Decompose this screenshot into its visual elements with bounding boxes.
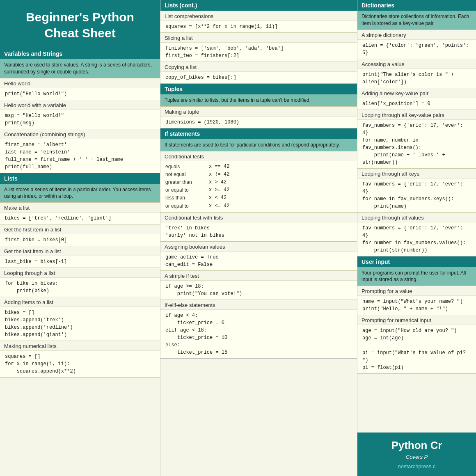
lists-cont-header: Lists (cont.)	[160, 0, 357, 11]
make-tuple-label: Making a tuple	[160, 107, 357, 116]
user-input-header: User input	[357, 256, 476, 267]
loop-list-code: for bike in bikes: print(bike)	[0, 277, 160, 297]
add-key-label: Adding a new key-value pair	[357, 88, 476, 98]
copy-label: Copying a list	[160, 62, 357, 71]
tuples-section: Tuples Tuples are similar to lists, but …	[160, 84, 357, 128]
last-item-label: Get the last item in a list	[0, 246, 160, 256]
numerical-lists-code: squares = [] for x in range(1, 11): squa…	[0, 350, 160, 377]
add-key-code: alien['x_position'] = 0	[357, 98, 476, 110]
list-comp-code: squares = [x**2 for x in range(1, 11)]	[160, 21, 357, 32]
column-3: Dictionaries Dictionaries store collecti…	[357, 0, 476, 476]
numerical-lists-label: Making numerical lists	[0, 341, 160, 350]
slice-code: finishers = ['sam', 'bob', 'ada', 'bea']…	[160, 42, 357, 62]
elif-code: if age < 4: ticket_price = 0 elif age < …	[160, 309, 357, 358]
elif-label: If-elif-else statements	[160, 300, 357, 309]
simple-dict-code: alien = {'color': 'green', 'points': 5}	[357, 39, 476, 59]
bool-label: Assigning boolean values	[160, 242, 357, 251]
make-list-code: bikes = ['trek', 'redline', 'giant']	[0, 212, 160, 224]
loop-list-label: Looping through a list	[0, 268, 160, 277]
make-tuple-code: dimensions = (1920, 1080)	[160, 116, 357, 128]
lists-cont-section: Lists (cont.) List comprehensions square…	[160, 0, 357, 84]
simple-if-code: if age >= 18: print("You can vote!")	[160, 280, 357, 300]
loop-values-label: Looping through all values	[357, 213, 476, 222]
if-desc: If statements are used to test for parti…	[160, 139, 357, 151]
dicts-header: Dictionaries	[357, 0, 476, 11]
add-items-code: bikes = [] bikes.append('trek') bikes.ap…	[0, 307, 160, 341]
loop-values-code: fav_numbers = {'eric': 17, 'ever': 4} fo…	[357, 222, 476, 256]
first-item-code: first_bike = bikes[0]	[0, 234, 160, 246]
column-2: Lists (cont.) List comprehensions square…	[160, 0, 357, 476]
variables-section: Variables and Strings Variables are used…	[0, 48, 160, 173]
loop-kv-label: Looping through all key-value pairs	[357, 110, 476, 119]
title-block: Beginner's PythonCheat Sheet	[0, 0, 160, 48]
promo-title: Python Cr	[362, 439, 471, 452]
loop-keys-code: fav_numbers = {'eric': 17, 'ever': 4} fo…	[357, 178, 476, 212]
list-comp-label: List comprehensions	[160, 11, 357, 21]
access-value-label: Accessing a value	[357, 59, 476, 69]
make-list-label: Make a list	[0, 203, 160, 212]
tuples-desc: Tuples are similar to lists, but the ite…	[160, 94, 357, 106]
if-header: If statements	[160, 128, 357, 139]
bool-code: game_active = True can_edit = False	[160, 251, 357, 270]
last-item-code: last_bike = bikes[-1]	[0, 256, 160, 268]
prompt-value-code: name = input("What's your name? ") print…	[357, 295, 476, 315]
hello-variable-code: msg = "Hello world!"print(msg)	[0, 110, 160, 129]
first-item-label: Get the first item in a list	[0, 224, 160, 234]
loop-keys-label: Looping through all keys	[357, 169, 476, 178]
access-value-code: print("The alien's color is " + alien['c…	[357, 69, 476, 88]
prompt-num-code: age = input("How old are you? ") age = i…	[357, 325, 476, 373]
copy-code: copy_of_bikes = bikes[:]	[160, 71, 357, 83]
variables-desc: Variables are used to store values. A st…	[0, 59, 160, 78]
prompt-value-label: Prompting for a value	[357, 286, 476, 295]
hello-world-code: print("Hello world!")	[0, 88, 160, 100]
concat-code: first_name = 'albert' last_name = 'einst…	[0, 139, 160, 173]
slice-label: Slicing a list	[160, 33, 357, 42]
loop-kv-code: fav_numbers = {'eric': 17, 'ever': 4} fo…	[357, 119, 476, 168]
cond-list-label: Conditional test with lists	[160, 213, 357, 222]
promo-link[interactable]: nostarchpress.c	[362, 463, 471, 469]
hello-world-label: Hello world	[0, 78, 160, 88]
user-input-section: User input Your programs can prompt the …	[357, 256, 476, 374]
prompt-num-label: Prompting for numerical input	[357, 315, 476, 325]
variables-header: Variables and Strings	[0, 48, 160, 59]
simple-if-label: A simple if test	[160, 271, 357, 280]
hello-variable-label: Hello world with a variable	[0, 100, 160, 110]
promo-subtitle: Covers P	[362, 454, 471, 460]
lists-header: Lists	[0, 173, 160, 184]
add-items-label: Adding items to a list	[0, 297, 160, 307]
simple-dict-label: A simple dictionary	[357, 30, 476, 39]
user-input-desc: Your programs can prompt the user for in…	[357, 267, 476, 286]
concat-label: Concatenation (combining strings)	[0, 129, 160, 139]
cond-tests-table: equalsx == 42 not equalx != 42 greater t…	[160, 161, 357, 212]
if-section: If statements If statements are used to …	[160, 128, 357, 359]
lists-section: Lists A list stores a series of items in…	[0, 173, 160, 378]
cond-tests-label: Conditional tests	[160, 151, 357, 161]
lists-desc: A list stores a series of items in a par…	[0, 184, 160, 203]
dicts-desc: Dictionaries store collections of inform…	[357, 11, 476, 30]
tuples-header: Tuples	[160, 84, 357, 94]
column-1: Beginner's PythonCheat Sheet Variables a…	[0, 0, 160, 476]
cond-list-code: 'trek' in bikes 'surly' not in bikes	[160, 222, 357, 241]
promo-block: Python Cr Covers P nostarchpress.c	[357, 433, 476, 476]
dicts-section: Dictionaries Dictionaries store collecti…	[357, 0, 476, 256]
main-title: Beginner's PythonCheat Sheet	[8, 9, 152, 41]
